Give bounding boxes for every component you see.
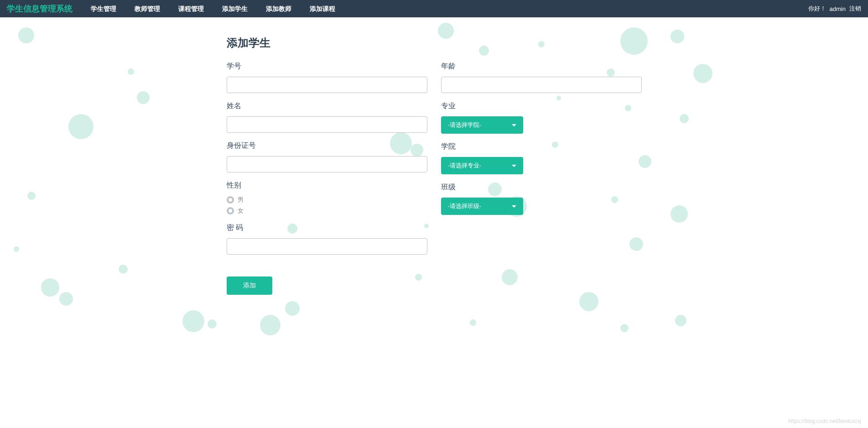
radio-label-male: 男 [238, 196, 244, 204]
input-password[interactable] [227, 238, 427, 255]
field-id-card: 身份证号 [227, 141, 427, 172]
radio-item-male[interactable]: 男 [227, 196, 427, 204]
navbar: 学生信息管理系统 学生管理 教师管理 课程管理 添加学生 添加教师 添加课程 你… [0, 0, 868, 17]
label-name: 姓名 [227, 101, 427, 111]
main-container: 添加学生 学号 姓名 身份证号 性别 男 [220, 17, 649, 295]
label-password: 密 码 [227, 223, 427, 233]
nav-item-add-student[interactable]: 添加学生 [213, 0, 257, 17]
radio-label-female: 女 [238, 207, 244, 215]
label-age: 年龄 [441, 62, 642, 71]
page-title: 添加学生 [227, 36, 642, 50]
nav-user-area: 你好！ admin 注销 [808, 5, 861, 13]
label-student-id: 学号 [227, 62, 427, 71]
field-gender: 性别 男 女 [227, 181, 427, 215]
radio-item-female[interactable]: 女 [227, 207, 427, 215]
nav-menu: 学生管理 教师管理 课程管理 添加学生 添加教师 添加课程 [82, 0, 344, 17]
chevron-down-icon [512, 124, 516, 126]
greeting-text: 你好！ [808, 5, 826, 13]
field-password: 密 码 [227, 223, 427, 255]
form-col-right: 年龄 专业 -请选择学院- 学院 -请选择专业- 班级 [441, 62, 642, 295]
input-student-id[interactable] [227, 77, 427, 93]
field-major: 专业 -请选择学院- [441, 101, 642, 134]
select-major[interactable]: -请选择学院- [441, 116, 523, 134]
select-college-text: -请选择专业- [448, 162, 482, 170]
field-student-id: 学号 [227, 62, 427, 93]
form-col-left: 学号 姓名 身份证号 性别 男 [227, 62, 427, 295]
watermark-text: https://blog.csdn.net/bestcxcxj [788, 418, 861, 424]
radio-group-gender: 男 女 [227, 196, 427, 215]
nav-item-teacher-manage[interactable]: 教师管理 [125, 0, 169, 17]
nav-item-student-manage[interactable]: 学生管理 [82, 0, 125, 17]
chevron-down-icon [512, 165, 516, 167]
label-college: 学院 [441, 142, 642, 151]
input-age[interactable] [441, 77, 642, 93]
radio-icon[interactable] [227, 207, 234, 214]
field-college: 学院 -请选择专业- [441, 142, 642, 174]
nav-item-add-teacher[interactable]: 添加教师 [257, 0, 301, 17]
brand-title[interactable]: 学生信息管理系统 [7, 3, 73, 14]
field-class: 班级 -请选择班级- [441, 183, 642, 215]
label-class: 班级 [441, 183, 642, 192]
input-name[interactable] [227, 116, 427, 133]
field-name: 姓名 [227, 101, 427, 133]
input-id-card[interactable] [227, 156, 427, 172]
select-major-text: -请选择学院- [448, 121, 482, 129]
label-major: 专业 [441, 101, 642, 111]
select-college[interactable]: -请选择专业- [441, 157, 523, 174]
logout-link[interactable]: 注销 [849, 5, 861, 13]
nav-item-course-manage[interactable]: 课程管理 [169, 0, 213, 17]
select-class-text: -请选择班级- [448, 202, 482, 210]
chevron-down-icon [512, 205, 516, 208]
radio-icon[interactable] [227, 196, 234, 204]
username-text: admin [830, 5, 846, 12]
submit-button[interactable]: 添加 [227, 277, 272, 295]
field-age: 年龄 [441, 62, 642, 93]
label-id-card: 身份证号 [227, 141, 427, 151]
label-gender: 性别 [227, 181, 427, 190]
nav-item-add-course[interactable]: 添加课程 [301, 0, 344, 17]
select-class[interactable]: -请选择班级- [441, 198, 523, 215]
form-row: 学号 姓名 身份证号 性别 男 [227, 62, 642, 295]
